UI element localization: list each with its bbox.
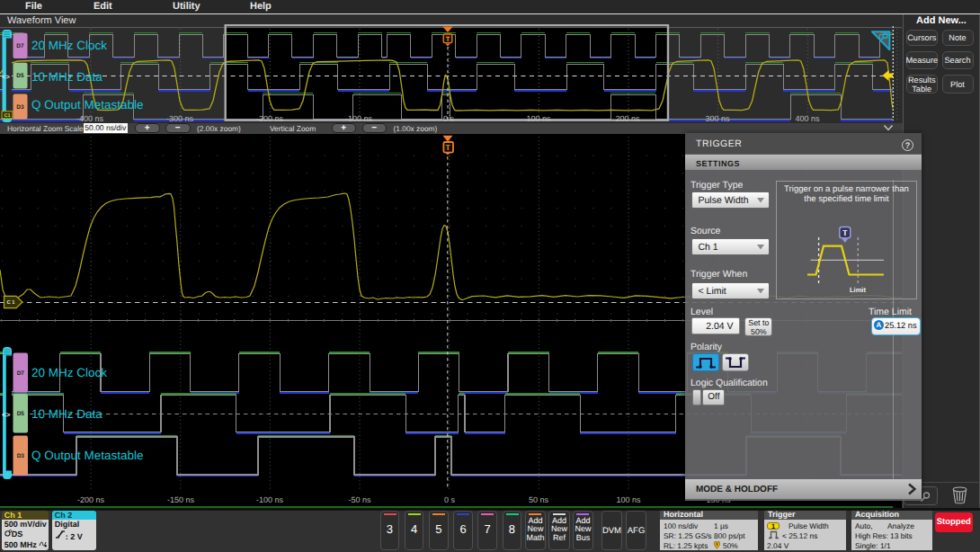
svg-text:-300 ns: -300 ns [166,114,194,123]
svg-text:-400 ns: -400 ns [76,114,104,123]
svg-text:100 ns: 100 ns [616,495,641,504]
svg-text:-50 ns: -50 ns [348,495,371,504]
svg-text:Q Output Metastable: Q Output Metastable [31,98,144,111]
svg-text:300 ns: 300 ns [705,114,730,123]
svg-text:100 ns: 100 ns [526,114,551,123]
svg-text:T: T [842,228,848,237]
svg-text:D3: D3 [16,104,24,111]
svg-text:C1: C1 [4,113,10,119]
svg-text:0 s: 0 s [444,495,456,504]
svg-text:Limit: Limit [850,286,866,294]
svg-text:-100 ns: -100 ns [256,495,284,504]
svg-text:<>: <> [2,411,11,419]
svg-text:20 MHz Clock: 20 MHz Clock [31,366,107,379]
svg-text:-200 ns: -200 ns [256,114,284,123]
svg-text:D5: D5 [16,73,24,79]
svg-text:0 s: 0 s [443,114,455,123]
svg-text:Q Output Metastable: Q Output Metastable [31,449,144,462]
svg-text:400 ns: 400 ns [795,114,820,123]
svg-text:D5: D5 [17,411,25,417]
svg-text:-150 ns: -150 ns [167,495,195,504]
svg-text:50 ns: 50 ns [529,495,549,504]
svg-text:T: T [446,35,450,43]
svg-text:C 1: C 1 [6,299,15,306]
svg-text:-200 ns: -200 ns [77,495,105,504]
svg-text:20 MHz Clock: 20 MHz Clock [31,39,107,52]
svg-text:<>: <> [2,73,10,81]
svg-text:D7: D7 [17,370,25,377]
svg-text:200 ns: 200 ns [615,114,640,123]
svg-text:10 MHz Data: 10 MHz Data [31,407,102,421]
svg-text:D7: D7 [16,43,24,49]
svg-text:10 MHz Data: 10 MHz Data [31,70,102,84]
svg-text:T: T [445,143,450,152]
svg-text:D3: D3 [17,453,25,459]
svg-text:-100 ns: -100 ns [345,114,373,123]
